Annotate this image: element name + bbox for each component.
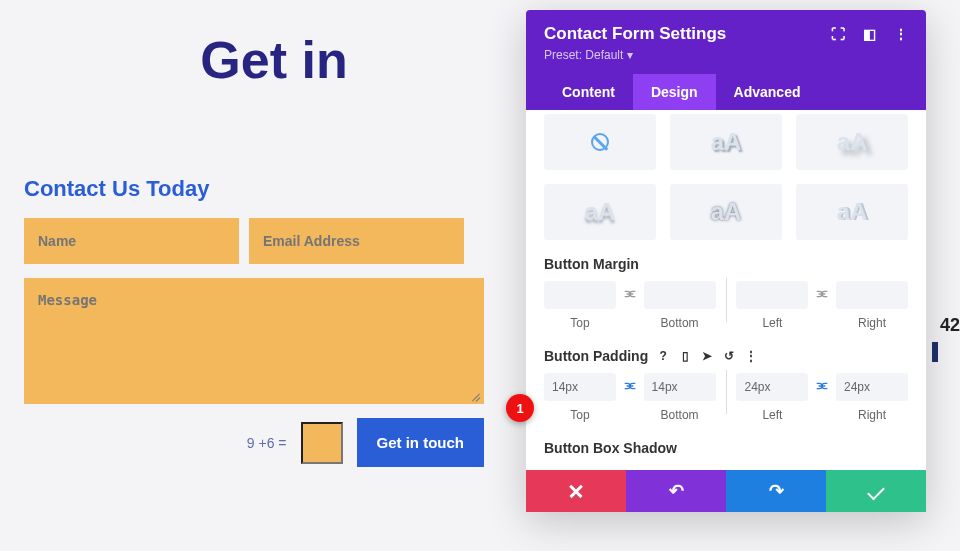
redo-icon: ↷ [769,480,784,502]
link-tb-active-icon[interactable] [620,375,640,397]
side-text-fragment: 42 [940,315,960,336]
link-lr-icon[interactable] [812,283,832,305]
close-icon [569,484,583,498]
preset-label[interactable]: Preset: Default [544,48,623,62]
undo-button[interactable]: ↶ [626,470,726,512]
aA-preview: aA [585,198,616,226]
tab-content[interactable]: Content [544,74,633,110]
contact-heading: Contact Us Today [24,176,484,202]
email-field[interactable] [249,218,464,264]
section-button-margin: Button Margin [544,256,908,272]
divider [726,370,727,414]
aA-preview: aA [711,128,742,156]
panel-title: Contact Form Settings [544,24,726,44]
divider [726,278,727,322]
aA-preview: aA [837,128,868,156]
margin-right-label: Right [858,316,886,330]
chevron-down-icon[interactable]: ▾ [627,48,633,62]
undo-icon: ↶ [669,480,684,502]
resize-handle-icon[interactable] [472,392,482,402]
kebab-small-icon[interactable]: ⋮ [744,349,758,363]
margin-bottom-label: Bottom [661,316,699,330]
tab-advanced[interactable]: Advanced [716,74,819,110]
margin-bottom-input[interactable] [644,281,716,309]
reset-icon[interactable]: ↺ [722,349,736,363]
link-lr-active-icon[interactable] [812,375,832,397]
padding-right-input[interactable] [836,373,908,401]
message-field[interactable] [24,278,484,404]
link-tb-icon[interactable] [620,283,640,305]
margin-right-input[interactable] [836,281,908,309]
margin-left-input[interactable] [736,281,808,309]
padding-left-label: Left [762,408,782,422]
margin-top-label: Top [570,316,589,330]
annotation-marker-1: 1 [506,394,534,422]
padding-left-input[interactable] [736,373,808,401]
captcha-input[interactable] [301,422,343,464]
aA-preview: aA [711,198,742,226]
section-button-box-shadow: Button Box Shadow [544,440,908,456]
tab-design[interactable]: Design [633,74,716,110]
tablet-icon[interactable]: ▯ [678,349,692,363]
text-shadow-tile-6[interactable]: aA [796,184,908,240]
submit-button[interactable]: Get in touch [357,418,485,467]
padding-top-label: Top [570,408,589,422]
panel-header: Contact Form Settings ⛶ ◧ ⋮ Preset: Defa… [526,10,926,110]
text-shadow-tile-3[interactable]: aA [796,114,908,170]
text-shadow-tile-5[interactable]: aA [670,184,782,240]
text-shadow-tile-2[interactable]: aA [670,114,782,170]
text-shadow-tile-4[interactable]: aA [544,184,656,240]
redo-button[interactable]: ↷ [726,470,826,512]
hover-cursor-icon[interactable]: ➤ [700,349,714,363]
text-shadow-none-tile[interactable] [544,114,656,170]
kebab-icon[interactable]: ⋮ [894,26,908,42]
margin-left-label: Left [762,316,782,330]
section-button-padding: Button Padding [544,348,648,364]
padding-top-input[interactable] [544,373,616,401]
padding-right-label: Right [858,408,886,422]
margin-top-input[interactable] [544,281,616,309]
padding-bottom-label: Bottom [661,408,699,422]
snap-icon[interactable]: ◧ [863,26,876,42]
help-icon[interactable]: ? [656,349,670,363]
expand-icon[interactable]: ⛶ [831,26,845,42]
settings-panel: Contact Form Settings ⛶ ◧ ⋮ Preset: Defa… [526,10,926,512]
padding-bottom-input[interactable] [644,373,716,401]
discard-button[interactable] [526,470,626,512]
check-icon [867,482,885,500]
prohibited-icon [591,133,609,151]
confirm-button[interactable] [826,470,926,512]
aA-preview: aA [837,198,868,226]
name-field[interactable] [24,218,239,264]
scrollbar-thumb[interactable] [932,342,938,362]
captcha-question: 9 +6 = [247,435,287,451]
